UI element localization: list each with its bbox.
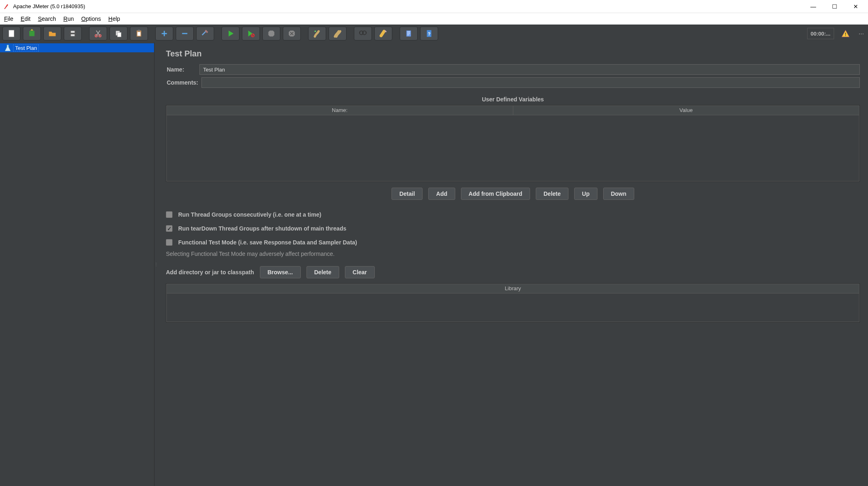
new-icon	[7, 29, 16, 38]
cp-delete-button[interactable]: Delete	[306, 266, 339, 278]
save-button[interactable]	[64, 27, 82, 40]
open-icon	[48, 29, 57, 38]
udv-tbody[interactable]	[166, 115, 859, 181]
library-tbody[interactable]	[166, 293, 859, 322]
browse-button[interactable]: Browse...	[260, 266, 301, 278]
svg-marker-13	[228, 31, 233, 37]
menu-run[interactable]: Run	[63, 16, 74, 22]
templates-icon	[27, 29, 36, 38]
svg-rect-5	[71, 34, 74, 36]
svg-rect-9	[117, 32, 121, 37]
delete-button[interactable]: Delete	[536, 188, 568, 200]
toggle-icon	[201, 29, 210, 38]
new-button[interactable]	[2, 27, 20, 40]
svg-marker-2	[30, 29, 33, 31]
svg-rect-11	[138, 30, 140, 31]
app-icon	[3, 3, 10, 10]
function-helper-icon	[404, 29, 413, 38]
menu-help[interactable]: Help	[108, 16, 120, 22]
down-button[interactable]: Down	[603, 188, 634, 200]
window-title: Apache JMeter (5.0 r1840935)	[13, 3, 808, 9]
svg-point-18	[315, 31, 316, 32]
checkbox-functional[interactable]	[166, 239, 172, 246]
svg-text:?: ?	[428, 31, 431, 36]
svg-rect-21	[407, 31, 411, 37]
clear-all-button[interactable]	[329, 27, 347, 40]
expand-button[interactable]	[155, 27, 173, 40]
templates-button[interactable]	[23, 27, 41, 40]
checkbox-teardown-label: Run tearDown Thread Groups after shutdow…	[178, 225, 346, 232]
checkbox-consecutive[interactable]	[166, 211, 172, 218]
window-minimize[interactable]: —	[808, 3, 819, 10]
paste-button[interactable]	[130, 27, 148, 40]
tree-root-node[interactable]: Test Plan	[0, 43, 154, 52]
shutdown-button[interactable]	[283, 27, 301, 40]
cut-button[interactable]	[89, 27, 107, 40]
warnings-button[interactable]: !	[837, 27, 855, 40]
svg-rect-12	[137, 32, 140, 36]
classpath-label: Add directory or jar to classpath	[166, 269, 254, 275]
content-panel: Test Plan Name: Comments: User Defined V…	[158, 43, 868, 486]
shutdown-icon	[287, 29, 296, 38]
clear-button[interactable]	[308, 27, 326, 40]
name-input[interactable]	[199, 64, 860, 75]
toolbar: ? 00:00:... ! ⋯	[0, 25, 868, 43]
functional-note: Selecting Functional Test Mode may adver…	[166, 251, 860, 257]
udv-title: User Defined Variables	[166, 96, 860, 103]
menu-options[interactable]: Options	[81, 16, 101, 22]
start-no-timers-icon	[246, 29, 255, 38]
panel-heading: Test Plan	[166, 49, 860, 58]
udv-table: Name: Value	[166, 105, 860, 182]
svg-rect-4	[71, 31, 74, 33]
cp-clear-button[interactable]: Clear	[345, 266, 375, 278]
more-icon[interactable]: ⋯	[857, 31, 866, 37]
paste-icon	[134, 29, 143, 38]
checkbox-consecutive-label: Run Thread Groups consecutively (i.e. on…	[178, 211, 321, 218]
splitter[interactable]: ⋮	[154, 43, 158, 486]
help-tb-button[interactable]: ?	[420, 27, 438, 40]
udv-col-value[interactable]: Value	[513, 106, 859, 115]
tree-panel: Test Plan	[0, 43, 154, 486]
up-button[interactable]: Up	[574, 188, 597, 200]
add-from-clipboard-button[interactable]: Add from Clipboard	[461, 188, 530, 200]
comments-label: Comments:	[166, 79, 198, 86]
menu-edit[interactable]: Edit	[21, 16, 31, 22]
menu-file[interactable]: File	[4, 16, 13, 22]
checkbox-functional-label: Functional Test Mode (i.e. save Response…	[178, 239, 357, 246]
search-tb-button[interactable]	[354, 27, 372, 40]
detail-button[interactable]: Detail	[391, 188, 423, 200]
menu-search[interactable]: Search	[38, 16, 56, 22]
minus-icon	[180, 29, 189, 38]
start-icon	[226, 29, 235, 38]
checkbox-teardown[interactable]	[166, 225, 172, 232]
stop-button[interactable]	[262, 27, 280, 40]
menubar: File Edit Search Run Options Help	[0, 13, 868, 25]
testplan-icon	[5, 45, 11, 51]
clear-all-icon	[333, 29, 342, 38]
help-icon: ?	[425, 29, 434, 38]
cut-icon	[94, 29, 103, 38]
svg-rect-1	[29, 31, 35, 36]
toggle-button[interactable]	[196, 27, 214, 40]
open-button[interactable]	[43, 27, 61, 40]
comments-input[interactable]	[201, 77, 860, 88]
clear-icon	[313, 29, 322, 38]
reset-search-button[interactable]	[374, 27, 392, 40]
window-maximize[interactable]: ☐	[829, 3, 840, 10]
udv-col-name[interactable]: Name:	[167, 106, 513, 115]
add-button[interactable]: Add	[428, 188, 455, 200]
library-header[interactable]: Library	[167, 284, 859, 293]
svg-marker-14	[248, 31, 253, 37]
copy-icon	[114, 29, 123, 38]
copy-button[interactable]	[110, 27, 128, 40]
titlebar: Apache JMeter (5.0 r1840935) — ☐ ✕	[0, 0, 868, 13]
window-close[interactable]: ✕	[850, 3, 861, 10]
reset-search-icon	[379, 29, 388, 38]
search-icon	[358, 29, 367, 38]
collapse-button[interactable]	[176, 27, 194, 40]
start-no-timers-button[interactable]	[242, 27, 260, 40]
name-label: Name:	[166, 66, 199, 73]
function-helper-button[interactable]	[400, 27, 418, 40]
svg-marker-16	[268, 31, 275, 37]
start-button[interactable]	[221, 27, 239, 40]
